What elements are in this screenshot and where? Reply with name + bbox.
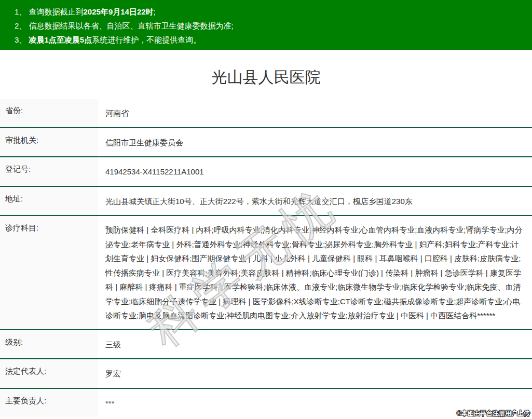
notice-line-number: 3、: [15, 35, 26, 44]
row-label: 省份:: [0, 99, 98, 127]
row-label: 诊疗科目:: [0, 216, 98, 329]
row-value: 罗宏: [98, 359, 532, 388]
notice-bar: 1、 查询数据截止到2025年9月14日22时; 2、 信息数据结果以各省、自治…: [0, 0, 532, 50]
table-row-registration-number: 登记号: 41942534-X41152211A1001: [0, 157, 532, 187]
row-value: 预防保健科 | 全科医疗科 | 内科;呼吸内科专业;消化内科专业;神经内科专业;…: [98, 216, 532, 329]
upload-credit-text: ©本图由平台注册用户上传: [457, 409, 530, 418]
row-value: 光山县城关镇正大街10号、正大街222号，紫水大街和光辉大道交汇口，槐店乡国道2…: [98, 187, 532, 215]
table-row-province: 省份: 河南省: [0, 99, 532, 128]
row-label: 地址:: [0, 187, 98, 215]
page-title: 光山县人民医院: [0, 65, 532, 89]
row-label: 审批机关:: [0, 128, 98, 157]
notice-line-1: 1、 查询数据截止到2025年9月14日22时;: [15, 5, 527, 19]
notice-line-3: 3、 凌晨1点至凌晨5点系统进行维护，不能提供查询。: [15, 33, 527, 47]
notice-line-number: 1、: [15, 7, 26, 16]
table-row-medical-subjects: 诊疗科目: 预防保健科 | 全科医疗科 | 内科;呼吸内科专业;消化内科专业;神…: [0, 216, 532, 330]
notice-text: 查询数据截止到: [26, 7, 83, 16]
table-row-approval-authority: 审批机关: 信阳市卫生健康委员会: [0, 128, 532, 158]
notice-line-number: 2、: [15, 21, 26, 30]
notice-text: 系统进行维护，不能提供查询。: [92, 35, 201, 44]
row-value: 河南省: [98, 99, 532, 127]
row-value: 信阳市卫生健康委员会: [98, 128, 532, 157]
row-label: 法定代表人:: [0, 359, 98, 388]
notice-text-bold: 凌晨1点至凌晨5点: [29, 35, 92, 44]
row-label: 登记号:: [0, 157, 98, 186]
hospital-info-page: 1、 查询数据截止到2025年9月14日22时; 2、 信息数据结果以各省、自治…: [0, 0, 532, 419]
notice-line-2: 2、 信息数据结果以各省、自治区、直辖市卫生健康委数据为准;: [15, 19, 527, 33]
table-row-level: 级别: 三级: [0, 330, 532, 360]
notice-text-bold: 2025年9月14日22时: [84, 7, 154, 16]
row-label: 主要负责人:: [0, 389, 98, 417]
row-value: 三级: [98, 330, 532, 359]
table-row-address: 地址: 光山县城关镇正大街10号、正大街222号，紫水大街和光辉大道交汇口，槐店…: [0, 187, 532, 217]
hospital-info-table: 省份: 河南省 审批机关: 信阳市卫生健康委员会 登记号: 41942534-X…: [0, 99, 532, 417]
table-row-main-person-in-charge: 主要负责人: ***: [0, 389, 532, 417]
row-label: 级别:: [0, 330, 98, 359]
table-row-legal-representative: 法定代表人: 罗宏: [0, 359, 532, 389]
notice-text: ;: [154, 7, 156, 16]
notice-text: 信息数据结果以各省、自治区、直辖市卫生健康委数据为准;: [26, 21, 233, 30]
row-value: 41942534-X41152211A1001: [98, 157, 532, 186]
